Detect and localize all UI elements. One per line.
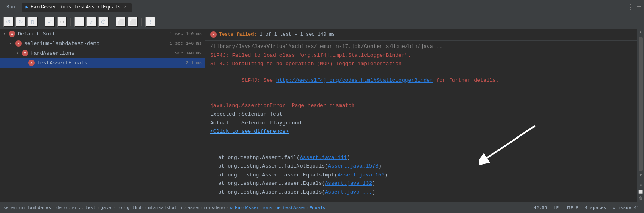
scroll-down-button[interactable]: ▼ (638, 173, 644, 178)
collapse-arrow-selenium-demo[interactable]: ▾ (10, 41, 15, 46)
test-tree-panel: ▾ ✕ Default Suite 1 sec 140 ms ▾ ✕ selen… (0, 29, 205, 202)
toolbar-separator-1 (41, 18, 41, 26)
output-blank-2 (210, 136, 632, 145)
breadcrumb-selenium: selenium-lambdatest-demo (3, 205, 67, 210)
rerun-button[interactable]: ↺ (3, 17, 14, 27)
status-header: ✕ Tests failed: 1 of 1 test – 1 sec 140 … (205, 29, 637, 41)
error-icon-hard-assertions: ✕ (22, 50, 28, 56)
slf4j-see-suffix: for further details. (433, 77, 499, 83)
output-actual: Actual :Selenium Playground (210, 119, 632, 128)
collapse-arrow-hard-assertions[interactable]: ▾ (16, 51, 22, 56)
status-text: Tests failed: 1 of 1 test – 1 sec 140 ms (219, 32, 335, 37)
encoding[interactable]: UTF-8 (564, 205, 580, 210)
stack-trace-section: at org.testng.Assert.fail(Assert.java:11… (210, 153, 632, 197)
duration-hard-assertions: 1 sec 140 ms (170, 51, 202, 56)
active-tab[interactable]: ▶ HardAssertions.testAssertEquals × (22, 3, 132, 12)
main-layout: ▾ ✕ Default Suite 1 sec 140 ms ▾ ✕ selen… (0, 29, 644, 202)
action-icon-1[interactable]: ≡ (638, 182, 644, 188)
stack-assertequalsimpl: at org.testng.Assert.assertEqualsImpl(As… (210, 171, 632, 180)
output-panel: ✕ Tests failed: 1 of 1 test – 1 sec 140 … (205, 29, 637, 202)
output-assertion-error: java.lang.AssertionError: Page header mi… (210, 101, 632, 110)
stack-failnotequals: at org.testng.Assert.failNotEquals(Asser… (210, 162, 632, 171)
error-icon-default-suite: ✕ (9, 31, 15, 37)
stack-assertequals: at org.testng.Assert.assertEquals(Assert… (210, 179, 632, 188)
right-scrollbar[interactable]: ▲ ▼ ≡ ⬜ 🗑 (637, 29, 644, 202)
tests-failed-label: Tests failed: (219, 32, 257, 37)
tab-icon: ▶ (26, 4, 29, 10)
scrollbar-thumb[interactable] (639, 37, 643, 171)
filter-button[interactable]: ≡ (74, 17, 85, 27)
status-bar-right: 42:55 LF UTF-8 4 spaces ⚙ issue-41 (532, 205, 641, 210)
failnotequals-link[interactable]: Assert.java:1578 (328, 163, 378, 169)
tree-label-selenium-demo: selenium-lambdatest-demo (24, 41, 167, 47)
error-icon-selenium-demo: ✕ (15, 40, 22, 47)
check-button[interactable]: ✓ (45, 17, 55, 27)
action-icon-2[interactable]: ⬜ (638, 189, 644, 194)
tree-label-default-suite: Default Suite (18, 31, 167, 37)
output-expected: Expected :Selenium Test (210, 110, 632, 119)
tree-label-hard-assertions: HardAssertions (31, 50, 167, 56)
tree-item-test-assert-equals[interactable]: ✕ testAssertEquals 241 ms (0, 58, 205, 68)
assertequalsimpl-link[interactable]: Assert.java:150 (337, 172, 384, 178)
breadcrumb-hard-assertions[interactable]: ⚙ HardAssertions (230, 205, 272, 210)
title-bar: Run ▶ HardAssertions.testAssertEquals × … (0, 0, 644, 14)
breadcrumb-area: selenium-lambdatest-demo › src › test › … (3, 205, 530, 210)
sort-button[interactable]: ⇅ (27, 17, 38, 27)
output-blank-1 (210, 93, 632, 101)
action-icon-3[interactable]: 🗑 (638, 195, 644, 201)
toolbar-separator-2 (70, 18, 71, 26)
assert-fail-link[interactable]: Assert.java:111 (300, 155, 347, 161)
slf4j-see-prefix: SLF4J: See (242, 77, 276, 83)
output-click-diff[interactable]: <Click to see difference> (210, 127, 632, 136)
toolbar: ↺ ↻ ⇅ ✓ ○ ≡ ↙ ⏱ ⬜ ⬜ ⋮ (0, 14, 644, 29)
indent[interactable]: 4 spaces (583, 205, 608, 210)
status-error-icon: ✕ (210, 31, 217, 38)
stack-assert-fail: at org.testng.Assert.fail(Assert.java:11… (210, 153, 632, 162)
expand-button[interactable]: ⬜ (128, 17, 138, 27)
tree-item-default-suite[interactable]: ▾ ✕ Default Suite 1 sec 140 ms (0, 29, 205, 39)
breadcrumb-io: io (117, 205, 122, 210)
slf4j-link[interactable]: http://www.slf4j.org/codes.html#StaticLo… (276, 77, 433, 83)
branch[interactable]: ⚙ issue-41 (611, 205, 641, 210)
duration-default-suite: 1 sec 140 ms (170, 31, 202, 36)
breadcrumb-assertionsdemo: assertionsdemo (188, 205, 225, 210)
line-ending[interactable]: LF (552, 205, 560, 210)
screenshot-button[interactable]: ⬜ (116, 17, 126, 27)
status-detail: 1 of 1 test – 1 sec 140 ms (260, 32, 335, 37)
tab-label: HardAssertions.testAssertEquals (31, 4, 120, 10)
minimize-icon[interactable]: — (637, 3, 641, 11)
more-icon[interactable]: ⋮ (627, 3, 634, 11)
tree-item-hard-assertions[interactable]: ▾ ✕ HardAssertions 1 sec 140 ms (0, 48, 205, 58)
output-line-slf4j-2: SLF4J: Defaulting to no-operation (NOP) … (210, 60, 632, 68)
run-label: Run (3, 3, 19, 12)
clock-button[interactable]: ⏱ (98, 17, 109, 27)
right-section: ✕ Tests failed: 1 of 1 test – 1 sec 140 … (205, 29, 644, 202)
more-options-button[interactable]: ⋮ (145, 17, 155, 27)
breadcrumb-mfaisalkhatri: mfaisalkhatri (148, 205, 183, 210)
tree-item-selenium-demo[interactable]: ▾ ✕ selenium-lambdatest-demo 1 sec 140 m… (0, 39, 205, 48)
breadcrumb-src: src (72, 205, 80, 210)
breadcrumb-test-equals[interactable]: ▶ testAssertEquals (277, 205, 325, 210)
cursor-position: 42:55 (532, 205, 549, 210)
assertequals-more-link[interactable]: Assert.java:... (325, 189, 372, 195)
tree-label-test-assert-equals: testAssertEquals (37, 60, 182, 66)
duration-test-assert-equals: 241 ms (186, 60, 202, 65)
assertequals-link[interactable]: Assert.java:132 (325, 180, 372, 186)
scroll-up-button[interactable]: ▲ (638, 30, 644, 35)
error-icon-test-assert-equals: ✕ (28, 60, 35, 66)
click-to-see-difference-link[interactable]: <Click to see difference> (210, 128, 289, 134)
toolbar-separator-4 (141, 18, 142, 26)
export-button[interactable]: ↙ (86, 17, 97, 27)
output-line-slf4j-3: SLF4J: See http://www.slf4j.org/codes.ht… (210, 68, 632, 93)
cancel-button[interactable]: ○ (57, 17, 67, 27)
output-blank-3 (210, 145, 632, 153)
duration-selenium-demo: 1 sec 140 ms (170, 41, 202, 46)
output-line-slf4j-1: SLF4J: Failed to load class "org.slf4j.i… (210, 51, 632, 60)
toolbar-separator-3 (112, 18, 112, 26)
output-area: /Library/Java/JavaVirtualMachines/temuri… (205, 41, 637, 198)
breadcrumb-java: java (101, 205, 111, 210)
collapse-arrow-default-suite[interactable]: ▾ (3, 31, 9, 36)
title-bar-right: ⋮ — (627, 3, 641, 11)
tab-close-button[interactable]: × (123, 5, 128, 10)
rerun-failed-button[interactable]: ↻ (15, 17, 26, 27)
